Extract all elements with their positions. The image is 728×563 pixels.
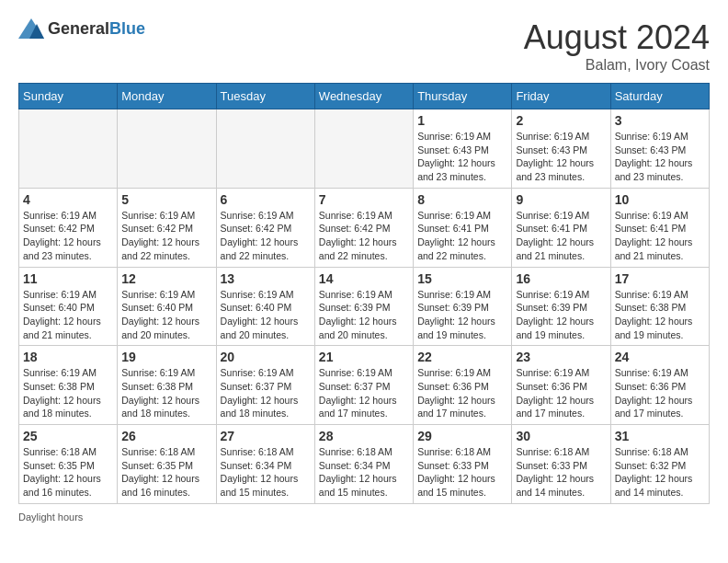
calendar-day-cell <box>118 109 216 189</box>
calendar-day-cell: 26Sunrise: 6:18 AM Sunset: 6:35 PM Dayli… <box>118 425 216 504</box>
page-header: GeneralBlue August 2024 Balam, Ivory Coa… <box>18 18 710 74</box>
day-number: 12 <box>121 271 211 286</box>
calendar-day-header: Monday <box>118 84 216 109</box>
day-info: Sunrise: 6:19 AM Sunset: 6:41 PM Dayligh… <box>417 209 507 263</box>
day-number: 10 <box>615 192 705 207</box>
logo-general: General <box>48 19 109 38</box>
calendar-day-cell: 15Sunrise: 6:19 AM Sunset: 6:39 PM Dayli… <box>414 267 512 346</box>
calendar-day-cell: 9Sunrise: 6:19 AM Sunset: 6:41 PM Daylig… <box>512 188 610 267</box>
calendar-day-cell: 23Sunrise: 6:19 AM Sunset: 6:36 PM Dayli… <box>512 346 610 425</box>
day-info: Sunrise: 6:19 AM Sunset: 6:43 PM Dayligh… <box>417 130 507 184</box>
calendar-week-row: 11Sunrise: 6:19 AM Sunset: 6:40 PM Dayli… <box>19 267 710 346</box>
calendar-day-header: Tuesday <box>216 84 314 109</box>
location-subtitle: Balam, Ivory Coast <box>524 57 710 74</box>
day-number: 22 <box>417 350 507 364</box>
calendar-week-row: 25Sunrise: 6:18 AM Sunset: 6:35 PM Dayli… <box>19 425 710 504</box>
day-number: 23 <box>516 350 606 364</box>
calendar-day-cell: 7Sunrise: 6:19 AM Sunset: 6:42 PM Daylig… <box>314 188 413 267</box>
day-number: 21 <box>319 350 409 364</box>
logo-text: GeneralBlue <box>48 19 145 39</box>
day-info: Sunrise: 6:18 AM Sunset: 6:33 PM Dayligh… <box>516 445 606 500</box>
calendar-week-row: 4Sunrise: 6:19 AM Sunset: 6:42 PM Daylig… <box>19 188 710 267</box>
day-info: Sunrise: 6:18 AM Sunset: 6:32 PM Dayligh… <box>615 445 705 500</box>
day-info: Sunrise: 6:19 AM Sunset: 6:40 PM Dayligh… <box>121 288 211 342</box>
day-number: 8 <box>417 192 507 207</box>
day-number: 9 <box>516 192 606 207</box>
calendar-table: SundayMondayTuesdayWednesdayThursdayFrid… <box>18 83 710 504</box>
day-info: Sunrise: 6:19 AM Sunset: 6:39 PM Dayligh… <box>516 288 606 342</box>
day-info: Sunrise: 6:18 AM Sunset: 6:33 PM Dayligh… <box>417 445 507 500</box>
calendar-day-cell: 25Sunrise: 6:18 AM Sunset: 6:35 PM Dayli… <box>19 425 118 504</box>
day-info: Sunrise: 6:19 AM Sunset: 6:42 PM Dayligh… <box>121 209 211 263</box>
calendar-day-cell <box>216 109 314 189</box>
day-number: 7 <box>319 192 409 207</box>
calendar-day-cell: 22Sunrise: 6:19 AM Sunset: 6:36 PM Dayli… <box>414 346 512 425</box>
calendar-day-cell: 10Sunrise: 6:19 AM Sunset: 6:41 PM Dayli… <box>610 188 709 267</box>
day-info: Sunrise: 6:19 AM Sunset: 6:43 PM Dayligh… <box>516 130 606 184</box>
logo-icon <box>18 18 44 39</box>
day-number: 1 <box>417 113 507 128</box>
day-number: 31 <box>615 429 705 443</box>
calendar-week-row: 18Sunrise: 6:19 AM Sunset: 6:38 PM Dayli… <box>19 346 710 425</box>
calendar-day-header: Thursday <box>414 84 512 109</box>
day-info: Sunrise: 6:19 AM Sunset: 6:39 PM Dayligh… <box>319 288 409 342</box>
day-info: Sunrise: 6:18 AM Sunset: 6:35 PM Dayligh… <box>23 445 113 500</box>
day-info: Sunrise: 6:19 AM Sunset: 6:41 PM Dayligh… <box>516 209 606 263</box>
calendar-day-cell: 24Sunrise: 6:19 AM Sunset: 6:36 PM Dayli… <box>610 346 709 425</box>
calendar-day-cell: 16Sunrise: 6:19 AM Sunset: 6:39 PM Dayli… <box>512 267 610 346</box>
daylight-hours-label: Daylight hours <box>18 511 83 523</box>
calendar-day-cell: 30Sunrise: 6:18 AM Sunset: 6:33 PM Dayli… <box>512 425 610 504</box>
calendar-day-cell: 14Sunrise: 6:19 AM Sunset: 6:39 PM Dayli… <box>314 267 413 346</box>
calendar-day-cell: 29Sunrise: 6:18 AM Sunset: 6:33 PM Dayli… <box>414 425 512 504</box>
day-info: Sunrise: 6:19 AM Sunset: 6:40 PM Dayligh… <box>221 288 311 342</box>
day-number: 13 <box>221 271 311 286</box>
calendar-day-cell: 18Sunrise: 6:19 AM Sunset: 6:38 PM Dayli… <box>19 346 118 425</box>
calendar-day-cell: 13Sunrise: 6:19 AM Sunset: 6:40 PM Dayli… <box>216 267 314 346</box>
calendar-day-cell: 19Sunrise: 6:19 AM Sunset: 6:38 PM Dayli… <box>118 346 216 425</box>
day-number: 19 <box>121 350 211 364</box>
calendar-week-row: 1Sunrise: 6:19 AM Sunset: 6:43 PM Daylig… <box>19 109 710 189</box>
calendar-day-header: Friday <box>512 84 610 109</box>
day-info: Sunrise: 6:19 AM Sunset: 6:38 PM Dayligh… <box>121 366 211 420</box>
day-info: Sunrise: 6:18 AM Sunset: 6:34 PM Dayligh… <box>221 445 311 500</box>
day-info: Sunrise: 6:19 AM Sunset: 6:38 PM Dayligh… <box>23 366 113 420</box>
day-info: Sunrise: 6:19 AM Sunset: 6:36 PM Dayligh… <box>615 366 705 420</box>
day-info: Sunrise: 6:18 AM Sunset: 6:34 PM Dayligh… <box>319 445 409 500</box>
day-number: 16 <box>516 271 606 286</box>
footer: Daylight hours <box>18 511 710 523</box>
calendar-day-cell: 5Sunrise: 6:19 AM Sunset: 6:42 PM Daylig… <box>118 188 216 267</box>
day-number: 30 <box>516 429 606 443</box>
day-number: 5 <box>121 192 211 207</box>
month-year-title: August 2024 <box>524 18 710 57</box>
day-info: Sunrise: 6:19 AM Sunset: 6:37 PM Dayligh… <box>319 366 409 420</box>
day-number: 3 <box>615 113 705 128</box>
day-number: 28 <box>319 429 409 443</box>
calendar-day-header: Wednesday <box>314 84 413 109</box>
day-number: 20 <box>221 350 311 364</box>
logo: GeneralBlue <box>18 18 145 39</box>
day-number: 26 <box>121 429 211 443</box>
calendar-day-cell: 31Sunrise: 6:18 AM Sunset: 6:32 PM Dayli… <box>610 425 709 504</box>
calendar-day-cell: 1Sunrise: 6:19 AM Sunset: 6:43 PM Daylig… <box>414 109 512 189</box>
day-info: Sunrise: 6:19 AM Sunset: 6:39 PM Dayligh… <box>417 288 507 342</box>
day-number: 29 <box>417 429 507 443</box>
day-number: 17 <box>615 271 705 286</box>
day-info: Sunrise: 6:19 AM Sunset: 6:38 PM Dayligh… <box>615 288 705 342</box>
day-number: 6 <box>221 192 311 207</box>
day-info: Sunrise: 6:19 AM Sunset: 6:42 PM Dayligh… <box>319 209 409 263</box>
day-info: Sunrise: 6:19 AM Sunset: 6:40 PM Dayligh… <box>23 288 113 342</box>
logo-blue: Blue <box>109 19 145 38</box>
day-number: 14 <box>319 271 409 286</box>
calendar-day-header: Saturday <box>610 84 709 109</box>
calendar-day-cell: 2Sunrise: 6:19 AM Sunset: 6:43 PM Daylig… <box>512 109 610 189</box>
calendar-day-cell: 4Sunrise: 6:19 AM Sunset: 6:42 PM Daylig… <box>19 188 118 267</box>
day-number: 24 <box>615 350 705 364</box>
day-number: 4 <box>23 192 113 207</box>
calendar-header-row: SundayMondayTuesdayWednesdayThursdayFrid… <box>19 84 710 109</box>
day-info: Sunrise: 6:19 AM Sunset: 6:36 PM Dayligh… <box>516 366 606 420</box>
day-number: 15 <box>417 271 507 286</box>
day-number: 27 <box>221 429 311 443</box>
calendar-day-cell <box>19 109 118 189</box>
day-info: Sunrise: 6:19 AM Sunset: 6:43 PM Dayligh… <box>615 130 705 184</box>
calendar-day-cell: 17Sunrise: 6:19 AM Sunset: 6:38 PM Dayli… <box>610 267 709 346</box>
